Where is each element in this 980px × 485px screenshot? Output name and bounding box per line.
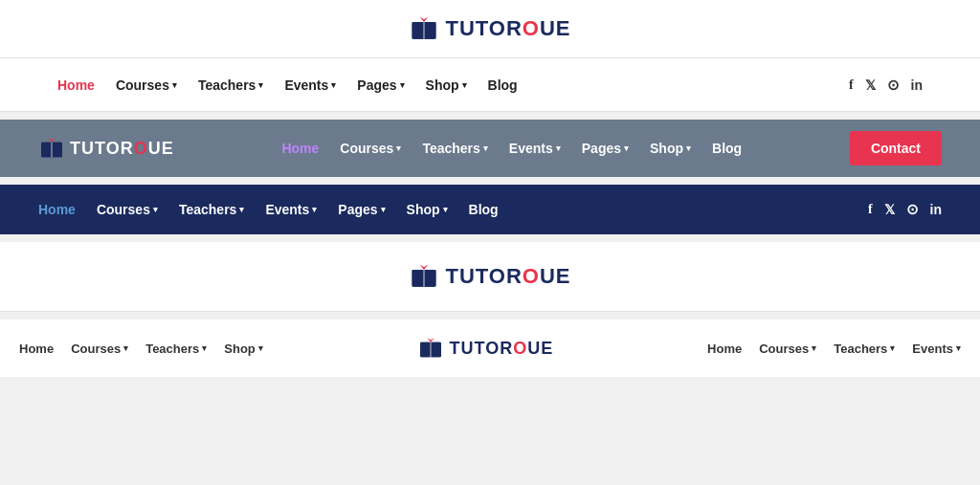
svg-rect-5: [41, 143, 51, 158]
svg-rect-6: [51, 143, 62, 158]
logo-icon-gray: [38, 135, 65, 162]
logo-split-center[interactable]: TUTOROUE: [417, 335, 554, 362]
chevron-icon: ▾: [202, 343, 207, 353]
header-logo-bar: TUTOROUE: [0, 0, 980, 58]
logo-text-1: TUTOROUE: [445, 16, 570, 41]
nav-teachers-navy[interactable]: Teachers ▾: [179, 202, 244, 217]
nav-shop-split-left[interactable]: Shop ▾: [224, 342, 263, 356]
logo-gray[interactable]: TUTOROUE: [38, 135, 174, 162]
nav-courses-split-right[interactable]: Courses ▾: [759, 342, 816, 356]
svg-rect-9: [412, 270, 424, 287]
nav-courses-navy[interactable]: Courses ▾: [97, 202, 158, 217]
chevron-icon: ▾: [483, 143, 488, 153]
chevron-icon: ▾: [812, 343, 816, 353]
nav-blog-white[interactable]: Blog: [488, 77, 518, 93]
nav-events-split-right[interactable]: Events ▾: [912, 342, 961, 356]
nav-split-left: Home Courses ▾ Teachers ▾ Shop ▾: [19, 342, 263, 356]
nav-pages-white[interactable]: Pages ▾: [357, 77, 404, 93]
navbar-gray: TUTOROUE Home Courses ▾ Teachers ▾ Event…: [0, 120, 980, 177]
svg-rect-2: [424, 22, 436, 39]
nav-home-white[interactable]: Home: [57, 77, 95, 93]
nav-navy-links: Home Courses ▾ Teachers ▾ Events ▾ Pages…: [38, 202, 499, 217]
nav-shop-white[interactable]: Shop ▾: [426, 77, 467, 93]
nav-home-navy[interactable]: Home: [38, 202, 76, 217]
svg-rect-14: [430, 342, 441, 358]
nav-shop-navy[interactable]: Shop ▾: [407, 202, 448, 217]
chevron-icon: ▾: [556, 143, 561, 153]
nav-home-split-left[interactable]: Home: [19, 342, 54, 356]
navbar-split: Home Courses ▾ Teachers ▾ Shop ▾ TUTOROU…: [0, 320, 980, 377]
chevron-icon: ▾: [400, 80, 405, 90]
logo-icon-center: [409, 261, 439, 292]
logo-text-gray: TUTOROUE: [70, 139, 174, 159]
chevron-icon: ▾: [890, 343, 895, 353]
facebook-icon-navy[interactable]: f: [868, 202, 873, 217]
logo-icon-1: [409, 13, 439, 44]
chevron-icon: ▾: [624, 143, 629, 153]
nav-white-links: Home Courses ▾ Teachers ▾ Events ▾ Pages…: [57, 77, 518, 93]
chevron-icon: ▾: [172, 80, 177, 90]
chevron-icon: ▾: [396, 143, 401, 153]
nav-teachers-split-right[interactable]: Teachers ▾: [834, 342, 895, 356]
chevron-icon: ▾: [123, 343, 128, 353]
chevron-icon: ▾: [153, 205, 158, 214]
nav-courses-gray[interactable]: Courses ▾: [340, 141, 401, 156]
navbar-navy: Home Courses ▾ Teachers ▾ Events ▾ Pages…: [0, 185, 980, 234]
linkedin-icon-navy[interactable]: in: [930, 202, 942, 217]
instagram-icon-white[interactable]: ⊙: [887, 77, 900, 94]
chevron-icon: ▾: [258, 80, 263, 90]
nav-blog-navy[interactable]: Blog: [469, 202, 499, 217]
chevron-icon: ▾: [443, 205, 448, 214]
logo-text-split: TUTOROUE: [450, 339, 554, 359]
center-logo-bar: TUTOROUE: [0, 242, 980, 312]
svg-rect-13: [420, 342, 430, 358]
logo-icon-split: [417, 335, 444, 362]
navbar-white: Home Courses ▾ Teachers ▾ Events ▾ Pages…: [0, 58, 980, 112]
twitter-icon-navy[interactable]: 𝕏: [884, 202, 895, 217]
twitter-icon-white[interactable]: 𝕏: [865, 77, 876, 93]
nav-events-gray[interactable]: Events ▾: [509, 141, 561, 156]
nav-split-right: Home Courses ▾ Teachers ▾ Events ▾: [707, 342, 961, 356]
svg-rect-10: [424, 270, 436, 287]
facebook-icon-white[interactable]: f: [849, 77, 854, 93]
linkedin-icon-white[interactable]: in: [911, 77, 923, 93]
logo-center[interactable]: TUTOROUE: [409, 261, 570, 292]
nav-teachers-split-left[interactable]: Teachers ▾: [145, 342, 207, 356]
chevron-icon: ▾: [258, 343, 263, 353]
chevron-icon: ▾: [312, 205, 317, 214]
nav-teachers-white[interactable]: Teachers ▾: [198, 77, 263, 93]
nav-blog-gray[interactable]: Blog: [712, 141, 742, 156]
chevron-icon: ▾: [956, 343, 961, 353]
nav-teachers-gray[interactable]: Teachers ▾: [422, 141, 487, 156]
nav-home-gray[interactable]: Home: [281, 141, 319, 156]
social-icons-navy: f 𝕏 ⊙ in: [868, 201, 942, 218]
instagram-icon-navy[interactable]: ⊙: [906, 201, 919, 218]
nav-events-navy[interactable]: Events ▾: [265, 202, 317, 217]
chevron-icon: ▾: [239, 205, 244, 214]
nav-pages-gray[interactable]: Pages ▾: [582, 141, 629, 156]
nav-shop-gray[interactable]: Shop ▾: [650, 141, 691, 156]
nav-home-split-right[interactable]: Home: [707, 342, 742, 356]
nav-courses-split-left[interactable]: Courses ▾: [71, 342, 128, 356]
nav-gray-links: Home Courses ▾ Teachers ▾ Events ▾ Pages…: [281, 141, 742, 156]
logo-header1[interactable]: TUTOROUE: [409, 13, 570, 44]
nav-events-white[interactable]: Events ▾: [284, 77, 336, 93]
logo-text-center: TUTOROUE: [445, 264, 570, 289]
nav-courses-white[interactable]: Courses ▾: [116, 77, 177, 93]
nav-pages-navy[interactable]: Pages ▾: [338, 202, 385, 217]
svg-rect-1: [412, 22, 424, 39]
chevron-icon: ▾: [381, 205, 386, 214]
contact-button[interactable]: Contact: [850, 131, 942, 165]
chevron-icon: ▾: [462, 80, 467, 90]
social-icons-white: f 𝕏 ⊙ in: [849, 77, 923, 94]
chevron-icon: ▾: [331, 80, 336, 90]
chevron-icon: ▾: [686, 143, 691, 153]
